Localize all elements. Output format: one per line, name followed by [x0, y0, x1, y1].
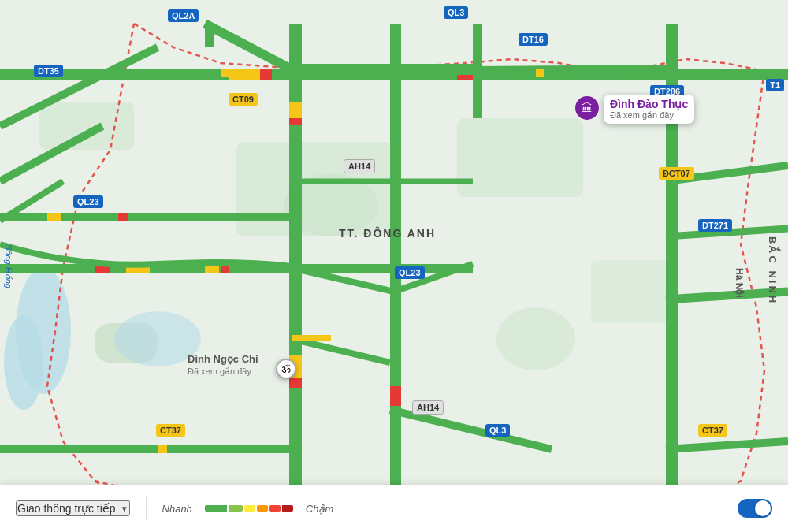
toggle-knob — [755, 500, 771, 516]
road-label-ah14-bot: AH14 — [412, 400, 444, 415]
place-label-song-hong: Sông Hồng — [4, 244, 14, 288]
place-label-dinh-ngoc-chi: Đình Ngọc Chi — [188, 353, 258, 365]
road-label-ct37-right: CT37 — [698, 424, 727, 437]
place-label-dong-anh: TT. ĐÔNG ANH — [339, 227, 436, 240]
road-label-ql23-left: QL23 — [73, 195, 103, 208]
road-label-dt16: DT16 — [519, 33, 548, 46]
road-label-ql23-mid: QL23 — [395, 266, 425, 279]
legend-bar: Giao thông trực tiếp ▼ Nhanh Chậm — [0, 485, 788, 532]
color-seg-slow-med — [257, 505, 268, 512]
legend-color-bar — [205, 505, 293, 512]
place-label-bac-ninh: BẮC NINH — [767, 236, 779, 305]
legend-speed-label: Nhanh — [162, 503, 192, 515]
road-label-ah14-top: AH14 — [344, 159, 375, 173]
poi-dinh-ngoc-chi[interactable]: ॐ — [276, 359, 296, 379]
color-seg-fast — [205, 505, 227, 512]
road-label-ql3-bot: QL3 — [485, 424, 510, 437]
traffic-mode-button[interactable]: Giao thông trực tiếp ▼ — [16, 500, 130, 516]
road-label-ql2a: QL2A — [168, 9, 199, 22]
legend-separator — [146, 497, 147, 520]
dropdown-arrow-icon: ▼ — [121, 504, 128, 513]
legend-slow-label: Chậm — [306, 503, 333, 515]
color-seg-very-slow — [282, 505, 293, 512]
road-label-ct09: CT09 — [229, 93, 258, 106]
road-label-dt35: DT35 — [34, 65, 63, 77]
road-label-ct37-left: CT37 — [156, 424, 185, 437]
road-label-ql3-top: QL3 — [444, 6, 468, 19]
map-container[interactable]: QL2A QL3 DT16 DT35 CT09 DT286 AH14 QL23 … — [0, 0, 788, 532]
road-label-dt271: DT271 — [698, 219, 732, 232]
color-seg-med-fast — [229, 505, 243, 512]
road-label-t1: T1 — [766, 79, 784, 91]
place-label-ha-noi: Hà Nội — [734, 268, 745, 298]
poi-dinh-dao-thuc-subtitle: Đã xem gần đây — [610, 110, 688, 121]
labels-layer: QL2A QL3 DT16 DT35 CT09 DT286 AH14 QL23 … — [0, 0, 788, 532]
poi-dinh-dao-thuc[interactable]: 🏛 Đình Đào Thục Đã xem gần đây — [575, 95, 694, 124]
color-seg-medium — [244, 505, 255, 512]
poi-dinh-dao-thuc-title: Đình Đào Thục — [610, 98, 688, 110]
color-seg-slow — [269, 505, 281, 512]
traffic-button-label: Giao thông trực tiếp — [17, 502, 116, 515]
road-label-dct07: ĐCT07 — [659, 167, 694, 180]
traffic-toggle[interactable] — [738, 499, 772, 518]
place-label-da-xem-1: Đã xem gần đây — [188, 366, 251, 377]
